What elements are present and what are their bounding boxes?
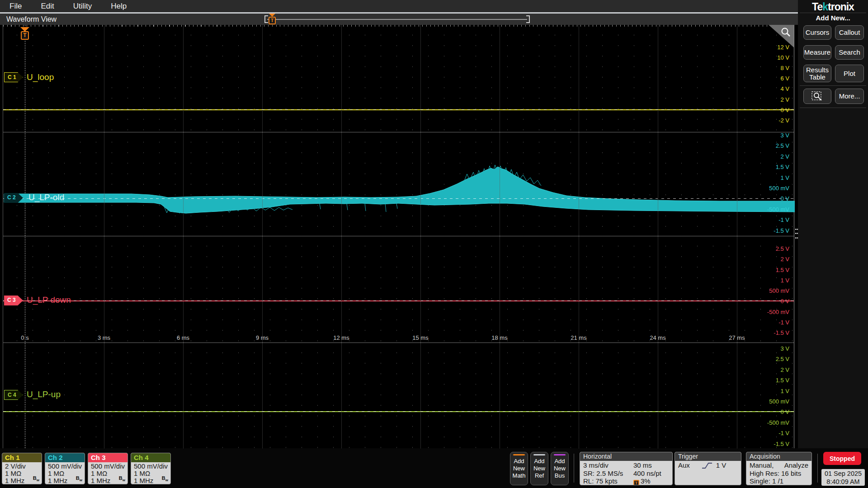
menu-bar: File Edit Utility Help (0, 0, 798, 12)
major-gridline (341, 25, 342, 448)
axis-label: 2 V (780, 153, 789, 160)
axis-label: 10 V (777, 54, 789, 61)
plot-button[interactable]: Plot (835, 65, 864, 82)
axis-label: 2 V (780, 96, 789, 103)
hpos-right-bracket (526, 15, 530, 23)
acquisition-panel[interactable]: Acquisition Manual,Analyze High Res: 16 … (746, 452, 812, 485)
zoom-selection-icon (811, 91, 823, 102)
axis-label: 500 mV (769, 287, 789, 294)
horizontal-position-indicator[interactable]: T (264, 14, 530, 25)
axis-label: 12 V (777, 44, 789, 51)
axis-label: -1.5 V (774, 440, 789, 447)
axis-label: 1.5 V (776, 164, 789, 170)
axis-label: 2.5 V (776, 245, 789, 252)
axis-label: 2 V (780, 366, 789, 373)
waveform-view-titlebar: Waveform View T (0, 14, 798, 25)
trigger-level: 1 V (716, 461, 726, 469)
math-color-stripe (513, 454, 525, 455)
axis-label: 0 V (780, 408, 789, 415)
axis-label: 2.5 V (776, 356, 789, 362)
axis-label: 8 V (780, 65, 789, 71)
run-stop-status-button[interactable]: Stopped (823, 452, 861, 465)
axis-label: 1 V (780, 387, 789, 394)
menu-file[interactable]: File (9, 2, 22, 11)
measure-button[interactable]: Measure (803, 45, 831, 60)
axis-label: 2.5 V (776, 142, 789, 149)
ch3-label: U_LP down (27, 295, 71, 305)
ch1-badge-title: Ch 1 (2, 453, 42, 462)
zoom-selection-button[interactable] (803, 89, 831, 104)
axis-label: -500 mV (767, 206, 789, 212)
ch1-label: U_loop (27, 72, 54, 82)
ch2-label: U_LP-old (28, 192, 64, 202)
record-length: RL: 75 kpts (583, 477, 618, 485)
ch2-settings-badge[interactable]: Ch 2 500 mV/div 1 MΩ 1 MHz Bw (45, 453, 85, 484)
ch4-settings-badge[interactable]: Ch 4 500 mV/div 1 MΩ 1 MHz Bw (131, 453, 171, 484)
ch4-badge-title: Ch 4 (131, 453, 170, 462)
add-new-math-button[interactable]: Add New Math (510, 452, 528, 485)
datetime-display: 01 Sep 2025 8:40:09 AM (821, 469, 865, 486)
menu-edit[interactable]: Edit (41, 2, 54, 11)
axis-label: 500 mV (769, 398, 789, 405)
ch4-label: U_LP-up (27, 389, 61, 399)
ch1-settings-badge[interactable]: Ch 1 2 V/div 1 MΩ 1 MHz Bw (2, 453, 42, 484)
major-gridline (262, 25, 263, 448)
horizontal-title: Horizontal (580, 452, 672, 461)
axis-label: 0 s (21, 334, 28, 341)
bandwidth-limit-icon: Bw (76, 474, 82, 484)
acquisition-mode: Manual, (750, 461, 774, 469)
more-button[interactable]: More... (835, 89, 864, 104)
bottom-divider (817, 454, 818, 483)
axis-label: -2 V (778, 117, 789, 123)
trigger-panel[interactable]: Trigger Aux 1 V (675, 452, 741, 485)
callout-button[interactable]: Callout (835, 25, 864, 40)
add-new-bus-button[interactable]: Add New Bus (551, 452, 569, 485)
trigger-t-icon: T (269, 17, 276, 24)
axis-label: -1 V (778, 430, 789, 436)
ch2-ground-dashes (3, 198, 794, 199)
ch2-badge-title: Ch 2 (45, 453, 85, 462)
axis-label: 3 V (780, 132, 789, 139)
axis-label: 0 V (780, 106, 789, 113)
trigger-position-value: T3% (633, 477, 651, 485)
sample-rate: SR: 2.5 MS/s (583, 469, 623, 478)
bus-color-stripe (554, 454, 566, 455)
menu-utility[interactable]: Utility (73, 2, 92, 11)
bandwidth-limit-icon: Bw (33, 474, 39, 484)
major-gridline (104, 25, 104, 448)
add-new-header: Add New... (798, 14, 868, 22)
search-button[interactable]: Search (835, 45, 864, 60)
cursors-button[interactable]: Cursors (803, 25, 831, 40)
menu-help[interactable]: Help (111, 2, 127, 11)
horizontal-window: 30 ms (633, 461, 652, 469)
acquisition-single: Single: 1 /1 (750, 477, 808, 485)
axis-label: 2 V (780, 256, 789, 263)
bandwidth-limit-icon: Bw (162, 474, 168, 484)
axis-label: -1.5 V (774, 227, 789, 234)
bottom-divider (574, 454, 574, 483)
trigger-title: Trigger (675, 452, 741, 461)
axis-label: -500 mV (767, 308, 789, 315)
results-table-button[interactable]: Results Table (803, 65, 831, 82)
tektronix-logo: Tektronix (798, 1, 868, 13)
ch3-settings-badge[interactable]: Ch 3 500 mV/div 1 MΩ 1 MHz Bw (88, 453, 128, 484)
axis-label: 500 mV (769, 185, 789, 192)
ch1-scale: 2 V/div (5, 463, 42, 470)
add-new-ref-button[interactable]: Add New Ref (530, 452, 548, 485)
trigger-source: Aux (678, 461, 690, 469)
major-gridline (737, 25, 737, 448)
ch3-scale: 500 mV/div (91, 463, 127, 470)
axis-label: -1.5 V (774, 329, 789, 336)
axis-label: 1.5 V (776, 377, 789, 384)
axis-label: 0 V (780, 298, 789, 305)
ch2-scale: 500 mV/div (48, 463, 85, 470)
bandwidth-limit-icon: Bw (119, 474, 125, 484)
trigger-t-icon: T (633, 480, 639, 485)
axis-label: 6 V (780, 75, 789, 82)
axis-label: -500 mV (767, 419, 789, 426)
horizontal-panel[interactable]: Horizontal 3 ms/div30 ms SR: 2.5 MS/s400… (580, 452, 673, 485)
ref-color-stripe (533, 454, 545, 455)
trigger-position-marker-icon[interactable]: T (268, 14, 276, 25)
axis-label: 0 V (780, 195, 789, 202)
ch2-trace (3, 25, 795, 448)
